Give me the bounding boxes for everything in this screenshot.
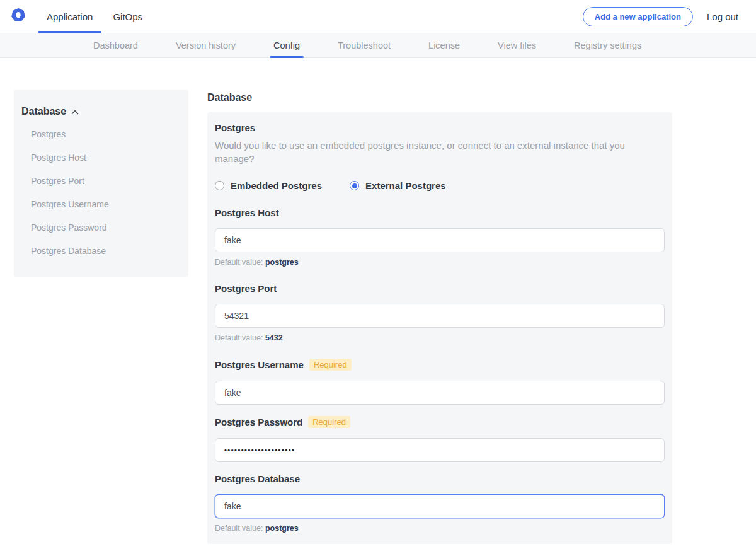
- field-postgres-database: Postgres Database Default value: postgre…: [215, 473, 665, 533]
- postgres-radio-group: Embedded Postgres External Postgres: [215, 180, 665, 191]
- app-logo[interactable]: [0, 0, 37, 33]
- radio-external-postgres[interactable]: External Postgres: [350, 180, 446, 191]
- tab-application[interactable]: Application: [37, 0, 103, 33]
- subnav-license-label: License: [428, 40, 460, 50]
- subnav-registry-settings-label: Registry settings: [574, 40, 641, 50]
- sidebar-item-postgres[interactable]: Postgres: [21, 122, 178, 146]
- field-postgres-username: Postgres Username Required: [215, 359, 665, 405]
- subnav-version-history-label: Version history: [176, 40, 236, 50]
- sidebar-item-postgres-password[interactable]: Postgres Password: [21, 216, 178, 239]
- default-prefix: Default value:: [215, 524, 263, 533]
- field-postgres-host-label: Postgres Host: [215, 207, 279, 218]
- header-tabs: Application GitOps: [37, 0, 152, 33]
- field-postgres-host: Postgres Host Default value: postgres: [215, 207, 665, 267]
- subnav-license[interactable]: License: [428, 33, 460, 57]
- logout-link[interactable]: Log out: [707, 11, 738, 22]
- tab-gitops[interactable]: GitOps: [103, 0, 152, 33]
- postgres-database-input[interactable]: [215, 494, 665, 518]
- radio-embedded-postgres-label: Embedded Postgres: [231, 180, 322, 191]
- default-value: postgres: [265, 258, 299, 267]
- default-value: postgres: [265, 524, 299, 533]
- app-subnav: Dashboard Version history Config Trouble…: [0, 33, 756, 58]
- subnav-version-history[interactable]: Version history: [176, 33, 236, 57]
- postgres-username-input[interactable]: [215, 381, 665, 405]
- field-postgres-port-label: Postgres Port: [215, 283, 277, 294]
- required-badge: Required: [309, 359, 352, 371]
- radio-embedded-postgres[interactable]: Embedded Postgres: [215, 180, 322, 191]
- sidebar-item-postgres-port[interactable]: Postgres Port: [21, 169, 178, 192]
- default-prefix: Default value:: [215, 258, 263, 267]
- postgres-database-default-helper: Default value: postgres: [215, 524, 665, 533]
- header-right: Add a new application Log out: [583, 0, 756, 33]
- field-postgres-password-label: Postgres Password: [215, 417, 302, 427]
- field-postgres: Postgres Would you like to use an embedd…: [215, 122, 665, 191]
- section-title: Database: [207, 92, 672, 103]
- app-logo-icon: [11, 8, 25, 25]
- config-group-card: Postgres Would you like to use an embedd…: [207, 112, 672, 544]
- subnav-troubleshoot[interactable]: Troubleshoot: [338, 33, 391, 57]
- sidebar-item-postgres-database[interactable]: Postgres Database: [21, 239, 178, 262]
- subnav-view-files[interactable]: View files: [498, 33, 536, 57]
- sidebar-group-database[interactable]: Database: [21, 106, 178, 119]
- chevron-up-icon: [71, 106, 79, 117]
- subnav-registry-settings[interactable]: Registry settings: [574, 33, 641, 57]
- tab-application-label: Application: [47, 11, 93, 22]
- subnav-config-label: Config: [273, 40, 300, 50]
- sidebar-item-list: Postgres Postgres Host Postgres Port Pos…: [21, 122, 178, 262]
- postgres-password-input[interactable]: [215, 438, 665, 462]
- config-sidebar: Database Postgres Postgres Host Postgres…: [14, 90, 188, 277]
- field-postgres-password: Postgres Password Required: [215, 416, 665, 462]
- subnav-view-files-label: View files: [498, 40, 536, 50]
- config-main: Database Postgres Would you like to use …: [207, 92, 672, 551]
- postgres-port-input[interactable]: [215, 304, 665, 328]
- subnav-dashboard-label: Dashboard: [93, 40, 138, 50]
- add-application-button[interactable]: Add a new application: [583, 7, 693, 26]
- field-postgres-description: Would you like to use an embedded postgr…: [215, 139, 665, 165]
- sidebar-item-postgres-username[interactable]: Postgres Username: [21, 192, 178, 216]
- radio-external-postgres-circle[interactable]: [350, 181, 359, 190]
- sidebar-group-database-label: Database: [21, 106, 66, 117]
- postgres-port-default-helper: Default value: 5432: [215, 334, 665, 342]
- top-header: Application GitOps Add a new application…: [0, 0, 756, 33]
- subnav-dashboard[interactable]: Dashboard: [93, 33, 138, 57]
- default-prefix: Default value:: [215, 334, 263, 342]
- subnav-config[interactable]: Config: [273, 33, 300, 57]
- field-postgres-port: Postgres Port Default value: 5432: [215, 283, 665, 342]
- required-badge: Required: [308, 416, 350, 428]
- field-postgres-username-label: Postgres Username: [215, 359, 304, 370]
- tab-gitops-label: GitOps: [113, 11, 142, 22]
- postgres-host-input[interactable]: [215, 228, 665, 252]
- postgres-host-default-helper: Default value: postgres: [215, 258, 665, 267]
- radio-external-postgres-label: External Postgres: [365, 180, 446, 191]
- field-postgres-database-label: Postgres Database: [215, 473, 300, 484]
- radio-embedded-postgres-circle[interactable]: [215, 181, 224, 190]
- subnav-troubleshoot-label: Troubleshoot: [338, 40, 391, 50]
- default-value: 5432: [265, 334, 283, 342]
- sidebar-item-postgres-host[interactable]: Postgres Host: [21, 146, 178, 169]
- field-postgres-label: Postgres: [215, 122, 255, 133]
